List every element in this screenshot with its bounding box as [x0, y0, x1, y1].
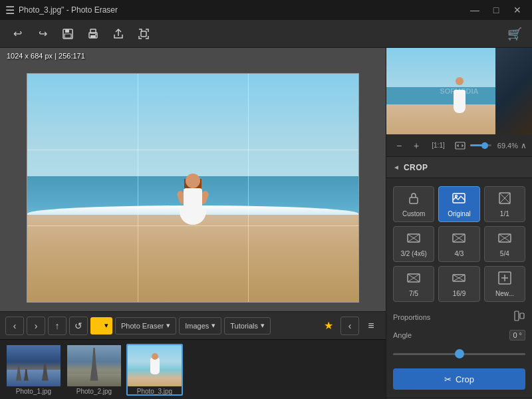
figure-head: [186, 174, 200, 188]
title-bar: ☰ Photo_3.jpg" - Photo Eraser — □ ✕: [0, 0, 532, 20]
plus-icon: [497, 271, 512, 287]
preset-new[interactable]: New...: [484, 266, 525, 302]
preset-custom[interactable]: Custom: [393, 186, 434, 222]
filmstrip-item-2[interactable]: Photo_2.jpg: [66, 344, 122, 396]
minimize-button[interactable]: —: [466, 3, 484, 17]
figure-skirt: [180, 208, 206, 225]
main-layout: 1024 x 684 px | 256:171: [0, 48, 532, 399]
preset-4-3[interactable]: 4/3: [438, 226, 479, 262]
crop-section-title: CROP: [404, 163, 428, 172]
fullscreen-button[interactable]: [133, 23, 154, 45]
preset-3-2[interactable]: 3/2 (4x6): [393, 226, 434, 262]
svg-point-11: [456, 196, 458, 198]
preview-head: [456, 77, 464, 85]
preset-custom-label: Custom: [402, 210, 425, 217]
filmstrip-label-3: Photo_3.jpg: [128, 388, 182, 395]
filmstrip-item-3[interactable]: Photo_3.jpg: [126, 344, 183, 396]
main-image[interactable]: [27, 73, 359, 303]
preset-16-9[interactable]: 16/9: [438, 266, 479, 302]
image-container: [7, 64, 379, 311]
preset-1-1[interactable]: 1/1: [484, 186, 525, 222]
right-panel: SOFMEDIA − + [1:1] 69.4% ∧ ◄ CROP: [386, 48, 532, 399]
crop-presets: Custom Original 1/1: [393, 186, 525, 302]
favorites-button[interactable]: ★: [319, 317, 338, 335]
svg-point-6: [95, 34, 96, 35]
angle-label: Angle: [393, 331, 504, 339]
svg-rect-7: [141, 31, 146, 37]
svg-rect-5: [90, 35, 96, 38]
back-button[interactable]: ‹: [5, 317, 24, 335]
zoom-controls: − + [1:1] 69.4% ∧: [386, 134, 532, 157]
list-view-button[interactable]: ≡: [362, 317, 380, 335]
filmstrip: Photo_1.jpg Photo_2.jpg: [0, 339, 386, 399]
svg-rect-9: [410, 198, 418, 203]
proportions-row: Proportions: [393, 310, 525, 325]
close-button[interactable]: ✕: [508, 3, 527, 17]
images-label: Images: [185, 322, 209, 330]
main-toolbar: ↩ ↪ 🛒: [0, 20, 532, 48]
crop-panel: Custom Original 1/1: [386, 178, 532, 398]
svg-rect-34: [520, 313, 524, 319]
preset-16-9-label: 16/9: [453, 290, 466, 297]
forward-button[interactable]: ›: [27, 317, 45, 335]
image-icon: [452, 191, 466, 207]
landscape-16-9-icon: [452, 271, 466, 287]
filmstrip-thumbnail-2: [67, 345, 121, 386]
zoom-chevron[interactable]: ∧: [521, 141, 527, 150]
square-icon: [497, 191, 512, 207]
crop-button[interactable]: ✂ Crop: [393, 368, 525, 390]
proportions-icon[interactable]: [513, 310, 525, 325]
angle-slider[interactable]: [393, 353, 525, 355]
zoom-reset-button[interactable]: [1:1]: [426, 138, 450, 153]
filmstrip-item-1[interactable]: Photo_1.jpg: [5, 344, 62, 396]
figure: [173, 174, 213, 233]
cart-button[interactable]: 🛒: [504, 23, 525, 45]
left-panel: 1024 x 684 px | 256:171: [0, 48, 386, 399]
image-info: 1024 x 684 px | 256:171: [7, 52, 85, 60]
preset-3-2-label: 3/2 (4x6): [400, 250, 426, 257]
maximize-button[interactable]: □: [487, 3, 505, 17]
crop-section-arrow: ◄: [393, 164, 400, 171]
preview-area: SOFMEDIA: [386, 48, 532, 134]
photo-eraser-dropdown[interactable]: Photo Eraser ▾: [115, 317, 176, 334]
zoom-fit-button[interactable]: [453, 138, 467, 153]
crop-section-header[interactable]: ◄ CROP: [386, 157, 532, 178]
preset-original[interactable]: Original: [438, 186, 479, 222]
landscape-3-2-icon: [406, 231, 421, 247]
rotate-button[interactable]: ↺: [69, 317, 88, 335]
svg-rect-2: [65, 34, 71, 38]
images-dropdown[interactable]: Images ▾: [179, 317, 221, 334]
zoom-slider[interactable]: [470, 144, 491, 146]
svg-rect-1: [65, 29, 69, 33]
zoom-out-button[interactable]: −: [392, 138, 406, 153]
panel-content: ◄ CROP Custom: [386, 157, 532, 399]
preset-5-4[interactable]: 5/4: [484, 226, 525, 262]
label-color-button[interactable]: ▾: [90, 317, 112, 334]
photo-eraser-label: Photo Eraser: [121, 322, 164, 330]
up-button[interactable]: ↑: [48, 317, 66, 335]
canvas-area: 1024 x 684 px | 256:171: [0, 48, 386, 311]
preset-7-5[interactable]: 7/5: [393, 266, 434, 302]
preset-original-label: Original: [448, 210, 470, 217]
filmstrip-label-1: Photo_1.jpg: [7, 388, 61, 395]
preset-1-1-label: 1/1: [500, 210, 509, 217]
angle-value[interactable]: 0 °: [509, 330, 525, 340]
menu-icon[interactable]: ☰: [5, 4, 15, 17]
tutorials-dropdown[interactable]: Tutorials ▾: [224, 317, 271, 334]
angle-slider-thumb[interactable]: [455, 349, 464, 358]
angle-slider-container: [393, 346, 525, 362]
zoom-percent: 69.4%: [494, 142, 518, 150]
proportions-label: Proportions: [393, 313, 508, 321]
scroll-left-button[interactable]: ‹: [340, 317, 359, 335]
zoom-slider-thumb[interactable]: [481, 142, 488, 149]
preview-side-image: [495, 48, 532, 134]
filmstrip-thumbnail-3: [128, 345, 182, 386]
preview-figure: [454, 90, 466, 113]
undo-button[interactable]: ↩: [7, 23, 28, 45]
share-button[interactable]: [108, 23, 129, 45]
save-button[interactable]: [57, 23, 78, 45]
redo-button[interactable]: ↪: [32, 23, 53, 45]
filmstrip-thumbnail-1: [7, 345, 61, 386]
zoom-in-button[interactable]: +: [409, 138, 424, 153]
print-button[interactable]: [82, 23, 104, 45]
